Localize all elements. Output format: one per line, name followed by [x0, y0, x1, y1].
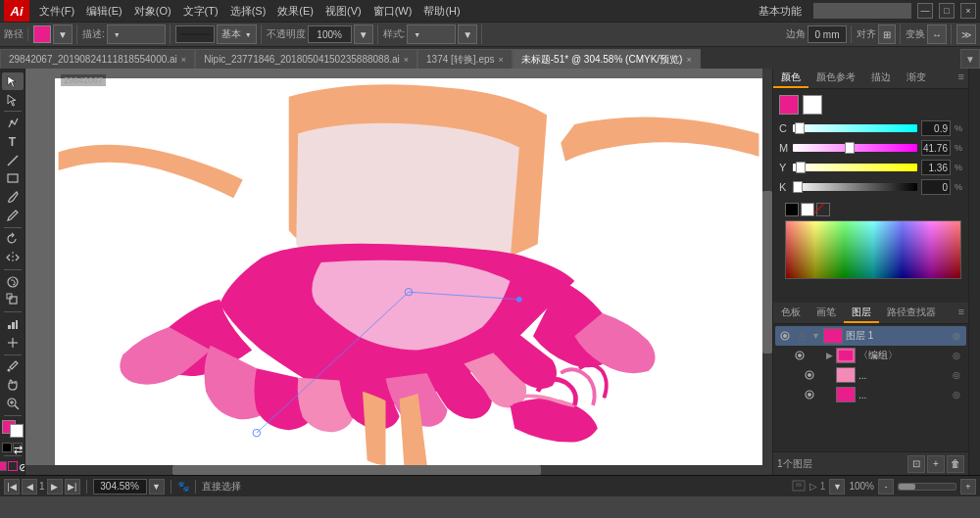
menu-select[interactable]: 选择(S) — [224, 2, 272, 21]
layer-lock-sub2[interactable] — [819, 388, 833, 401]
layer-row-1[interactable]: ▼ 图层 1 ◎ — [775, 326, 966, 346]
m-value[interactable]: 41.76 — [921, 140, 951, 156]
pencil-tool[interactable] — [2, 207, 24, 224]
none-icon[interactable]: ⊘ — [19, 461, 26, 471]
preview-dropdown[interactable]: ▼ — [829, 479, 845, 494]
tab-close-1[interactable]: × — [181, 55, 186, 65]
main-color-swatch[interactable] — [779, 95, 799, 115]
last-artboard-button[interactable]: ▶| — [65, 479, 80, 494]
line-tool[interactable] — [2, 152, 24, 169]
stroke-icon[interactable] — [8, 461, 18, 471]
tab-file2[interactable]: Nipic_23771846_20180504150235888088.ai × — [195, 49, 417, 69]
default-colors-icon[interactable] — [2, 443, 12, 452]
panel-tab-swatches[interactable]: 色板 — [773, 304, 808, 323]
rotate-tool[interactable] — [2, 231, 24, 249]
layer-lock-group[interactable] — [809, 349, 823, 362]
layer-row-sub2[interactable]: ... ◎ — [775, 385, 966, 404]
m-slider[interactable] — [793, 144, 917, 152]
tab-overflow-button[interactable]: ▼ — [960, 49, 980, 69]
mirror-tool[interactable] — [2, 249, 24, 266]
y-slider-thumb[interactable] — [796, 162, 806, 173]
color-spectrum[interactable] — [785, 220, 961, 279]
describe-dropdown[interactable] — [107, 24, 166, 44]
fill-button[interactable]: ▼ — [53, 24, 73, 44]
zoom-tool[interactable] — [2, 395, 24, 412]
fill-icon[interactable] — [0, 461, 7, 471]
opacity-input[interactable] — [308, 25, 352, 43]
menu-file[interactable]: 文件(F) — [33, 2, 80, 21]
rectangle-tool[interactable] — [2, 169, 24, 187]
selection-tool[interactable] — [2, 72, 24, 90]
color-swatches[interactable] — [2, 420, 24, 438]
warp-tool[interactable] — [2, 273, 24, 291]
panel-tab-color[interactable]: 颜色 — [773, 69, 808, 88]
zoom-out-button[interactable]: - — [878, 479, 894, 494]
type-tool[interactable]: T — [2, 133, 24, 151]
layers-panel-menu-icon[interactable]: ≡ — [955, 304, 968, 323]
direct-selection-tool[interactable] — [2, 91, 24, 109]
tab-file1[interactable]: 29842067_20190824111818554000.ai × — [0, 49, 195, 69]
style-dropdown[interactable] — [407, 24, 456, 44]
panel-tab-layers[interactable]: 图层 — [844, 304, 879, 323]
close-button[interactable]: × — [960, 3, 976, 19]
menu-effect[interactable]: 效果(E) — [271, 2, 319, 21]
prev-artboard-button[interactable]: ◀ — [22, 479, 37, 494]
layer-target-sub1[interactable]: ◎ — [950, 368, 963, 382]
layer-lock-sub1[interactable] — [819, 368, 833, 382]
y-value[interactable]: 1.36 — [921, 160, 951, 175]
minimize-button[interactable]: — — [917, 3, 933, 19]
scrollbar-thumb-v[interactable] — [762, 191, 772, 353]
tab-file3[interactable]: 1374 [转换].eps × — [417, 49, 513, 69]
transform-button[interactable]: ↔ — [927, 24, 947, 44]
secondary-color-swatch[interactable] — [803, 95, 822, 115]
layer-vis-sub2[interactable] — [803, 388, 816, 401]
graph-tool[interactable] — [2, 315, 24, 333]
tab-close-3[interactable]: × — [499, 55, 504, 65]
panel-tab-pathfinder[interactable]: 路径查找器 — [879, 304, 944, 323]
layer-row-sub1[interactable]: ... ◎ — [775, 365, 966, 385]
new-layer-button[interactable]: + — [927, 455, 945, 473]
menu-view[interactable]: 视图(V) — [319, 2, 368, 21]
canvas-area[interactable]: 29842067 — [25, 69, 772, 475]
k-slider[interactable] — [793, 183, 917, 191]
scrollbar-thumb-h[interactable] — [172, 465, 541, 475]
slice-tool[interactable] — [2, 334, 24, 352]
zoom-dropdown[interactable]: ▼ — [149, 479, 165, 494]
layer-expand-1[interactable]: ▼ — [811, 331, 820, 341]
menu-window[interactable]: 窗口(W) — [368, 2, 418, 21]
extra-options[interactable]: ≫ — [956, 24, 976, 44]
next-artboard-button[interactable]: ▶ — [47, 479, 63, 494]
layer-target-1[interactable]: ◎ — [950, 329, 963, 343]
k-value[interactable]: 0 — [921, 179, 951, 195]
layer-target-group[interactable]: ◎ — [950, 349, 963, 362]
menu-edit[interactable]: 编辑(E) — [80, 2, 128, 21]
style-button[interactable]: ▼ — [458, 24, 477, 44]
zoom-slider[interactable] — [898, 483, 956, 491]
y-slider[interactable] — [793, 164, 917, 171]
zoom-in-button[interactable]: + — [960, 479, 976, 494]
layer-vis-group[interactable] — [793, 349, 807, 362]
layer-vis-sub1[interactable] — [803, 368, 816, 382]
panel-tab-color-ref[interactable]: 颜色参考 — [808, 69, 863, 88]
menu-help[interactable]: 帮助(H) — [417, 2, 466, 21]
maximize-button[interactable]: □ — [939, 3, 955, 19]
c-slider-thumb[interactable] — [795, 122, 805, 134]
hand-tool[interactable] — [2, 376, 24, 394]
swatch-white[interactable] — [801, 203, 814, 216]
k-slider-thumb[interactable] — [793, 181, 803, 193]
c-slider[interactable] — [793, 124, 917, 132]
fill-color-swatch[interactable] — [33, 25, 51, 43]
horizontal-scrollbar[interactable] — [25, 465, 762, 475]
opacity-toggle[interactable]: ▼ — [354, 24, 373, 44]
swatch-none[interactable] — [816, 203, 830, 216]
paintbrush-tool[interactable] — [2, 188, 24, 206]
panel-tab-brush[interactable]: 画笔 — [808, 304, 844, 323]
c-value[interactable]: 0.9 — [921, 120, 951, 136]
first-artboard-button[interactable]: |◀ — [4, 479, 20, 494]
eyedropper-tool[interactable] — [2, 357, 24, 375]
menu-text[interactable]: 文字(T) — [177, 2, 224, 21]
tab-close-2[interactable]: × — [404, 55, 409, 65]
scale-tool[interactable] — [2, 292, 24, 309]
corner-input[interactable] — [808, 25, 847, 43]
align-button[interactable]: ⊞ — [878, 24, 896, 44]
